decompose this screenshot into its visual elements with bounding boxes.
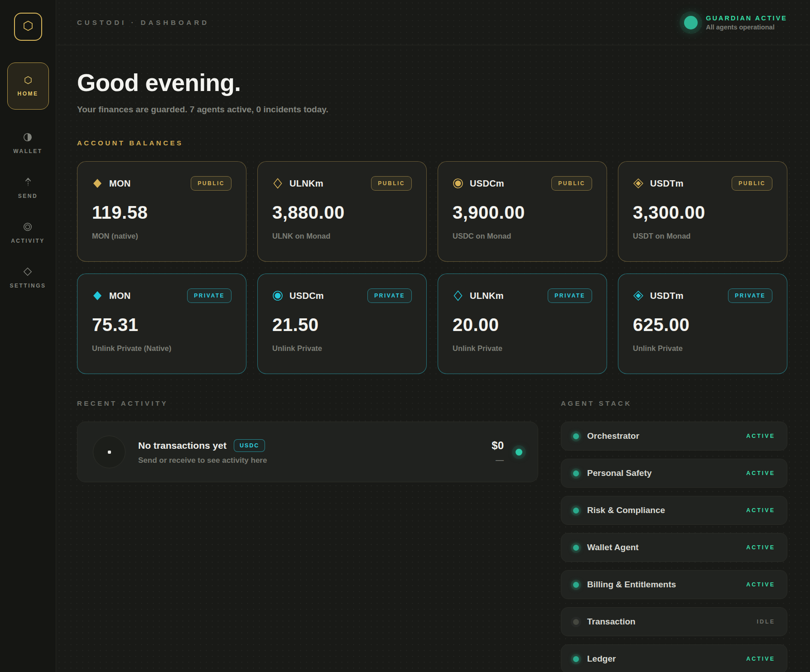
balance-amount: 3,880.00	[272, 202, 412, 223]
agent-status: ACTIVE	[746, 544, 775, 551]
balance-amount: 3,300.00	[633, 202, 772, 223]
agent-status-dot-icon	[573, 619, 579, 625]
avatar	[93, 436, 125, 468]
agent-row-wallet-agent[interactable]: Wallet Agent ACTIVE	[561, 533, 787, 562]
agent-status-dot-icon	[573, 656, 579, 662]
agent-status: ACTIVE	[746, 470, 775, 476]
balance-card-ulnkm-public[interactable]: ULNKm PUBLIC 3,880.00 ULNK on Monad	[257, 161, 427, 262]
balance-note: MON (native)	[92, 232, 231, 240]
sidebar-item-label: SETTINGS	[10, 283, 46, 289]
balance-card-ulnkm-private[interactable]: ULNKm PRIVATE 20.00 Unlink Private	[438, 274, 607, 374]
agent-name: Personal Safety	[587, 468, 652, 478]
sidebar-item-label: WALLET	[13, 148, 42, 154]
account-balances-label: ACCOUNT BALANCES	[77, 139, 787, 147]
agent-row-personal-safety[interactable]: Personal Safety ACTIVE	[561, 459, 787, 488]
sidebar-item-send[interactable]: SEND	[18, 177, 38, 199]
agent-stack-section: AGENT STACK Orchestrator ACTIVE Personal…	[561, 399, 787, 672]
guardian-status-title: GUARDIAN ACTIVE	[706, 14, 787, 22]
agent-name: Wallet Agent	[587, 542, 639, 552]
usdt-diamond-icon	[633, 178, 644, 189]
sidebar-item-wallet[interactable]: WALLET	[13, 132, 42, 154]
agent-status: ACTIVE	[746, 433, 775, 439]
agent-status-dot-icon	[573, 433, 579, 439]
agent-name: Risk & Compliance	[587, 505, 665, 515]
token-symbol: ULNKm	[289, 178, 323, 189]
ulnk-diamond-outline-icon	[453, 290, 463, 301]
concentric-circles-icon	[23, 222, 33, 232]
topbar: CUSTODI · DASHBOARD GUARDIAN ACTIVE All …	[56, 0, 810, 45]
agent-status-dot-icon	[573, 508, 579, 514]
token-symbol: USDCm	[289, 291, 324, 301]
guardian-status-subtitle: All agents operational	[706, 24, 787, 31]
balance-amount: 75.31	[92, 315, 231, 335]
agent-row-ledger[interactable]: Ledger ACTIVE	[561, 644, 787, 672]
agent-row-transaction[interactable]: Transaction IDLE	[561, 607, 787, 636]
balance-card-usdcm-private[interactable]: USDCm PRIVATE 21.50 Unlink Private	[257, 274, 427, 374]
balance-card-usdtm-public[interactable]: USDTm PUBLIC 3,300.00 USDT on Monad	[618, 161, 787, 262]
agent-name: Billing & Entitlements	[587, 580, 676, 590]
balance-card-mon-public[interactable]: MON PUBLIC 119.58 MON (native)	[77, 161, 246, 262]
main-area: CUSTODI · DASHBOARD GUARDIAN ACTIVE All …	[56, 0, 810, 672]
agent-name: Orchestrator	[587, 431, 639, 441]
balance-amount: 3,900.00	[453, 202, 592, 223]
agent-status: ACTIVE	[746, 581, 775, 588]
sidebar-item-label: SEND	[18, 193, 38, 199]
agent-status: ACTIVE	[746, 656, 775, 662]
agent-row-risk-compliance[interactable]: Risk & Compliance ACTIVE	[561, 496, 787, 525]
agent-status-dot-icon	[573, 470, 579, 476]
agent-row-billing-entitlements[interactable]: Billing & Entitlements ACTIVE	[561, 570, 787, 599]
content: Good evening. Your finances are guarded.…	[56, 69, 810, 672]
balance-card-mon-private[interactable]: MON PRIVATE 75.31 Unlink Private (Native…	[77, 274, 246, 374]
visibility-badge: PRIVATE	[548, 288, 592, 303]
balance-note: Unlink Private	[272, 344, 412, 353]
balance-card-usdcm-public[interactable]: USDCm PUBLIC 3,900.00 USDC on Monad	[438, 161, 607, 262]
agent-row-orchestrator[interactable]: Orchestrator ACTIVE	[561, 422, 787, 451]
teal-status-dot-icon	[516, 449, 522, 456]
usdc-circle-icon	[272, 290, 283, 301]
agent-status-dot-icon	[573, 545, 579, 551]
activity-title: No transactions yet	[138, 440, 227, 451]
app-logo[interactable]	[14, 13, 42, 41]
token-symbol: ULNKm	[470, 291, 504, 301]
activity-amount: $0	[492, 439, 504, 452]
agent-status-dot-icon	[573, 582, 579, 588]
sidebar-nav: HOME WALLET SEND	[7, 62, 49, 289]
balance-note: Unlink Private (Native)	[92, 344, 231, 353]
guardian-status-dot-icon	[684, 16, 698, 29]
balance-grid: MON PUBLIC 119.58 MON (native) ULNKm	[77, 161, 787, 374]
dot-icon	[108, 451, 111, 454]
recent-activity-label: RECENT ACTIVITY	[77, 399, 538, 407]
visibility-badge: PRIVATE	[367, 288, 412, 303]
page-title: Good evening.	[77, 69, 787, 96]
mon-diamond-icon	[92, 178, 103, 189]
agent-status: ACTIVE	[746, 507, 775, 514]
balance-note: Unlink Private	[453, 344, 592, 353]
visibility-badge: PRIVATE	[187, 288, 231, 303]
activity-amount-sub: —	[492, 456, 504, 465]
sidebar-item-label: ACTIVITY	[11, 238, 45, 244]
agent-stack-label: AGENT STACK	[561, 399, 787, 407]
visibility-badge: PRIVATE	[728, 288, 772, 303]
sidebar-item-settings[interactable]: SETTINGS	[10, 267, 46, 289]
page-subtitle: Your finances are guarded. 7 agents acti…	[77, 105, 787, 115]
balance-card-usdtm-private[interactable]: USDTm PRIVATE 625.00 Unlink Private	[618, 274, 787, 374]
sidebar-item-activity[interactable]: ACTIVITY	[11, 222, 45, 244]
sidebar-item-home[interactable]: HOME	[7, 62, 49, 110]
balance-note: USDT on Monad	[633, 232, 772, 240]
balance-amount: 119.58	[92, 202, 231, 223]
balance-note: Unlink Private	[633, 344, 772, 353]
balance-amount: 20.00	[453, 315, 592, 335]
agent-name: Transaction	[587, 617, 636, 627]
balance-amount: 21.50	[272, 315, 412, 335]
token-symbol: MON	[109, 291, 131, 301]
recent-activity-section: RECENT ACTIVITY No transactions yet USDC…	[77, 399, 538, 672]
token-symbol: USDTm	[650, 178, 684, 189]
visibility-badge: PUBLIC	[371, 176, 412, 191]
usdc-circle-icon	[453, 178, 463, 189]
visibility-badge: PUBLIC	[551, 176, 592, 191]
balance-amount: 625.00	[633, 315, 772, 335]
balance-note: USDC on Monad	[453, 232, 592, 240]
hexagon-icon	[24, 76, 33, 85]
balance-note: ULNK on Monad	[272, 232, 412, 240]
usdt-diamond-icon	[633, 290, 644, 301]
